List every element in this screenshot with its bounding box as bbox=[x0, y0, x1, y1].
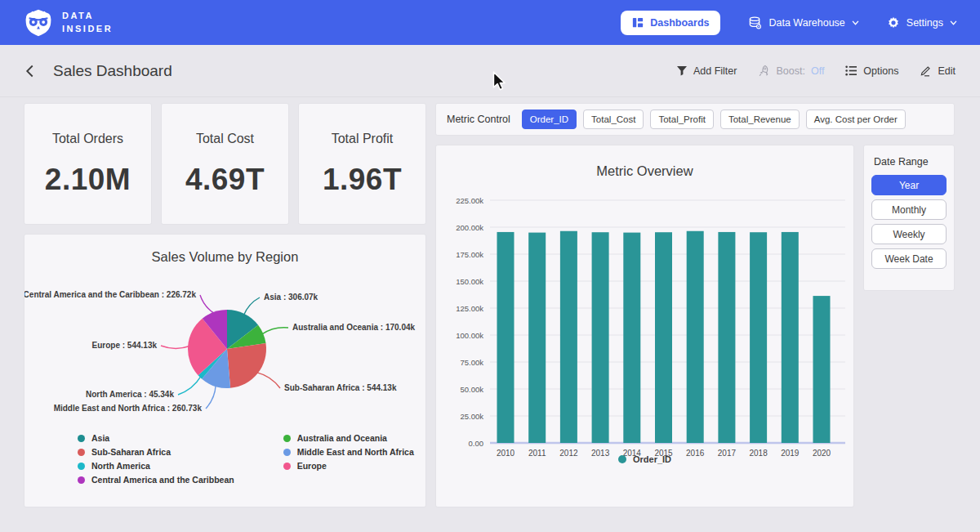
top-navbar: DATA INSIDER Dashboards Data Warehouse bbox=[0, 0, 980, 45]
rocket-icon bbox=[758, 65, 770, 77]
database-icon bbox=[748, 16, 762, 29]
legend-item-asia[interactable]: Asia bbox=[78, 433, 234, 443]
kpi-card-total-orders: Total Orders 2.10M bbox=[24, 104, 151, 224]
bar-2019[interactable] bbox=[782, 232, 799, 443]
date-range-label: Date Range bbox=[874, 156, 947, 168]
legend-dot bbox=[78, 435, 85, 442]
bar-2012[interactable] bbox=[560, 231, 577, 443]
boost-toggle[interactable]: Boost: Off bbox=[758, 65, 824, 77]
bar-2013[interactable] bbox=[592, 232, 609, 443]
metric-control-label: Metric Control bbox=[447, 114, 510, 125]
options-label: Options bbox=[863, 65, 898, 77]
edit-label: Edit bbox=[938, 65, 956, 77]
brand: DATA INSIDER bbox=[23, 7, 113, 38]
metric-overview-card: Metric Overview 0.0025.00k50.00k75.00k10… bbox=[436, 145, 853, 507]
bar-2015[interactable] bbox=[655, 232, 672, 443]
legend-item-central-america-and-the-caribbean[interactable]: Central America and the Caribbean bbox=[78, 475, 234, 485]
legend-dot bbox=[283, 463, 291, 470]
boost-value: Off bbox=[811, 65, 824, 77]
metric-chip-avg-cost-per-order[interactable]: Avg. Cost per Order bbox=[806, 110, 906, 129]
options-list-icon bbox=[845, 65, 858, 76]
dashboard-grid-icon bbox=[632, 17, 644, 29]
data-warehouse-menu[interactable]: Data Warehouse bbox=[748, 16, 858, 29]
legend-label: Asia bbox=[91, 433, 109, 443]
svg-text:225.00k: 225.00k bbox=[456, 196, 483, 205]
legend-item-australia-and-oceania[interactable]: Australia and Oceania bbox=[283, 433, 414, 443]
pie-chart[interactable]: Asia : 306.07kAustralia and Oceania : 17… bbox=[24, 275, 425, 427]
date-range-week-date[interactable]: Week Date bbox=[871, 248, 947, 269]
legend-label: Australia and Oceania bbox=[297, 433, 387, 443]
pencil-icon bbox=[920, 65, 932, 77]
bar-2018[interactable] bbox=[750, 232, 767, 443]
pie-label: Central America and the Caribbean : 226.… bbox=[24, 290, 196, 299]
add-filter-button[interactable]: Add Filter bbox=[676, 65, 737, 77]
dashboards-label: Dashboards bbox=[650, 17, 709, 29]
svg-text:0.00: 0.00 bbox=[469, 439, 484, 448]
legend-dot bbox=[78, 463, 85, 470]
legend-label: Middle East and North Africa bbox=[297, 447, 414, 457]
legend-item-europe[interactable]: Europe bbox=[283, 461, 414, 471]
legend-dot bbox=[618, 455, 626, 463]
pie-label: North America : 45.34k bbox=[86, 390, 174, 399]
sales-by-region-card: Sales Volume by Region Asia : 306.07kAus… bbox=[24, 235, 425, 507]
bar-chart-title: Metric Overview bbox=[436, 145, 853, 179]
brand-text: DATA INSIDER bbox=[62, 10, 113, 36]
kpi-value: 2.10M bbox=[45, 163, 131, 197]
pie-label: Sub-Saharan Africa : 544.13k bbox=[284, 383, 397, 392]
legend-item-north-america[interactable]: North America bbox=[78, 461, 234, 471]
owl-logo-icon bbox=[23, 7, 54, 38]
pie-label: Middle East and North Africa : 260.73k bbox=[54, 404, 203, 413]
bar-chart[interactable]: 0.0025.00k50.00k75.00k100.00k125.00k150.… bbox=[436, 188, 853, 466]
svg-text:75.00k: 75.00k bbox=[460, 358, 483, 367]
legend-item-sub-saharan-africa[interactable]: Sub-Saharan Africa bbox=[78, 447, 234, 457]
svg-text:100.00k: 100.00k bbox=[456, 331, 483, 340]
metric-chip-total-revenue[interactable]: Total_Revenue bbox=[720, 110, 800, 129]
svg-text:175.00k: 175.00k bbox=[456, 250, 483, 259]
data-warehouse-label: Data Warehouse bbox=[768, 17, 844, 29]
legend-item-middle-east-and-north-africa[interactable]: Middle East and North Africa bbox=[283, 447, 414, 457]
legend-dot bbox=[283, 449, 291, 456]
bar-2010[interactable] bbox=[497, 232, 514, 443]
legend-label: North America bbox=[91, 461, 150, 471]
pie-slice-sub-saharan-africa[interactable] bbox=[227, 343, 266, 388]
kpi-card-total-profit: Total Profit 1.96T bbox=[299, 104, 425, 224]
legend-series-label: Order_ID bbox=[633, 454, 671, 464]
metric-control-bar: Metric Control Order_IDTotal_CostTotal_P… bbox=[436, 104, 954, 135]
kpi-label: Total Profit bbox=[332, 132, 394, 146]
svg-text:150.00k: 150.00k bbox=[456, 277, 483, 286]
bar-2011[interactable] bbox=[528, 233, 546, 443]
metric-chip-total-profit[interactable]: Total_Profit bbox=[650, 110, 714, 129]
bar-2017[interactable] bbox=[718, 232, 735, 443]
settings-label: Settings bbox=[906, 17, 943, 29]
filter-icon bbox=[676, 65, 688, 77]
legend-dot bbox=[78, 476, 85, 484]
page-header: Sales Dashboard Add Filter Boost: Off bbox=[0, 45, 980, 97]
options-button[interactable]: Options bbox=[845, 65, 898, 77]
kpi-card-total-cost: Total Cost 4.69T bbox=[162, 104, 288, 224]
pie-label: Australia and Oceania : 170.04k bbox=[292, 323, 416, 332]
settings-menu[interactable]: Settings bbox=[887, 16, 957, 29]
pie-label: Europe : 544.13k bbox=[92, 341, 158, 350]
metric-chip-order-id[interactable]: Order_ID bbox=[522, 110, 577, 129]
bar-2014[interactable] bbox=[623, 233, 640, 443]
edit-button[interactable]: Edit bbox=[920, 65, 956, 77]
kpi-value: 1.96T bbox=[323, 163, 402, 197]
back-icon[interactable] bbox=[24, 64, 35, 78]
gear-icon bbox=[887, 16, 900, 29]
date-range-weekly[interactable]: Weekly bbox=[871, 224, 947, 244]
date-range-year[interactable]: Year bbox=[871, 175, 947, 195]
bar-2016[interactable] bbox=[687, 231, 704, 443]
chevron-down-icon bbox=[950, 20, 957, 25]
kpi-label: Total Cost bbox=[196, 132, 254, 146]
metric-chip-total-cost[interactable]: Total_Cost bbox=[583, 110, 644, 129]
pie-label: Asia : 306.07k bbox=[264, 293, 318, 302]
legend-dot bbox=[283, 435, 291, 442]
svg-text:125.00k: 125.00k bbox=[456, 304, 483, 313]
add-filter-label: Add Filter bbox=[693, 65, 737, 77]
bar-2020[interactable] bbox=[813, 296, 831, 443]
svg-text:50.00k: 50.00k bbox=[460, 385, 483, 394]
legend-label: Europe bbox=[297, 461, 327, 471]
dashboards-button[interactable]: Dashboards bbox=[621, 11, 720, 35]
kpi-label: Total Orders bbox=[52, 132, 123, 146]
date-range-monthly[interactable]: Monthly bbox=[871, 199, 947, 220]
